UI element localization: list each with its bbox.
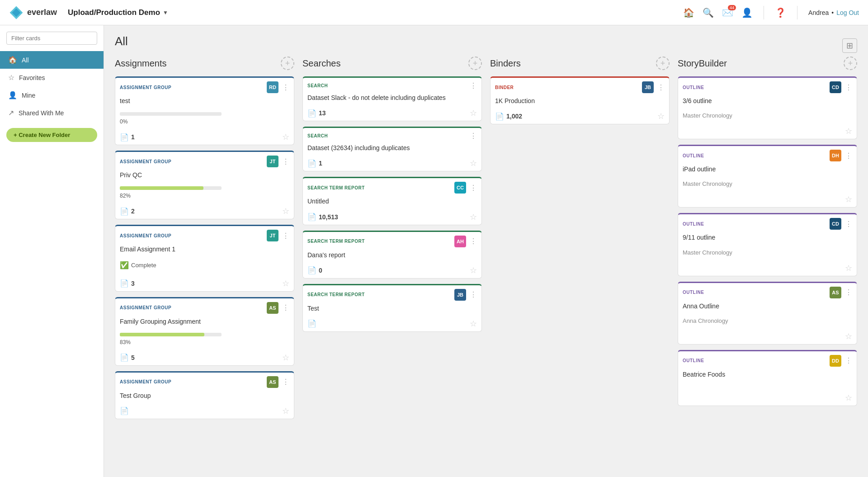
favorite-star[interactable]: ☆ xyxy=(470,265,477,275)
add-storybuilder-button[interactable]: + xyxy=(844,57,857,70)
favorite-star[interactable]: ☆ xyxy=(282,353,289,363)
card-menu-button[interactable]: ⋮ xyxy=(470,81,477,90)
card-menu-button[interactable]: ⋮ xyxy=(282,157,289,166)
column-assignments: Assignments+ASSIGNMENT GROUPRD⋮test0%📄1☆… xyxy=(115,57,294,425)
users-icon[interactable]: 👤 xyxy=(741,7,753,18)
favorite-star[interactable]: ☆ xyxy=(845,263,852,273)
card-footer: ☆ xyxy=(678,123,857,139)
sidebar-item-all-label: All xyxy=(22,57,29,64)
card-count: 📄10,513 xyxy=(307,213,338,221)
notification-badge: 44 xyxy=(728,5,736,10)
favorite-star[interactable]: ☆ xyxy=(282,406,289,416)
card-storybuilder-3[interactable]: OUTLINEAS⋮Anna OutlineAnna Chronology☆ xyxy=(678,282,857,345)
card-assignments-0[interactable]: ASSIGNMENT GROUPRD⋮test0%📄1☆ xyxy=(115,76,294,145)
logout-link[interactable]: Log Out xyxy=(836,9,859,16)
card-storybuilder-2[interactable]: OUTLINECD⋮9/11 outlineMaster Chronology☆ xyxy=(678,213,857,276)
sidebar-item-all[interactable]: 🏠 All xyxy=(0,51,104,69)
card-header: BINDERJB⋮ xyxy=(491,78,669,96)
favorite-star[interactable]: ☆ xyxy=(845,126,852,136)
card-footer: 📄5☆ xyxy=(115,350,294,365)
project-selector[interactable]: Upload/Production Demo ▼ xyxy=(68,8,168,17)
favorite-star[interactable]: ☆ xyxy=(282,132,289,142)
sidebar-item-favorites[interactable]: ☆ Favorites xyxy=(0,69,104,86)
card-header: SEARCH TERM REPORTCC⋮ xyxy=(303,178,481,196)
card-menu-button[interactable]: ⋮ xyxy=(845,288,852,297)
card-assignments-1[interactable]: ASSIGNMENT GROUPJT⋮Priv QC82%📄2☆ xyxy=(115,151,294,219)
home-icon[interactable]: 🏠 xyxy=(683,7,694,18)
card-menu-button[interactable]: ⋮ xyxy=(282,83,289,92)
user-menu: Andrea • Log Out xyxy=(808,9,859,16)
notifications-icon[interactable]: ✉️ 44 xyxy=(722,7,733,18)
favorite-star[interactable]: ☆ xyxy=(845,393,852,403)
card-body: ✅Complete xyxy=(115,257,294,276)
favorite-star[interactable]: ☆ xyxy=(470,319,477,329)
card-menu-button[interactable]: ⋮ xyxy=(282,231,289,240)
help-icon[interactable]: ❓ xyxy=(775,7,786,18)
document-icon: 📄 xyxy=(307,266,316,274)
logo-icon xyxy=(9,5,24,20)
card-assignments-2[interactable]: ASSIGNMENT GROUPJT⋮Email Assignment 1✅Co… xyxy=(115,225,294,291)
card-menu-button[interactable]: ⋮ xyxy=(845,83,852,92)
favorite-star[interactable]: ☆ xyxy=(845,331,852,341)
card-storybuilder-4[interactable]: OUTLINEDD⋮Beatrice Foods☆ xyxy=(678,350,857,406)
card-menu-button[interactable]: ⋮ xyxy=(470,132,477,140)
search-icon[interactable]: 🔍 xyxy=(703,7,714,18)
user-name: Andrea xyxy=(808,9,829,16)
column-storybuilder: StoryBuilder+OUTLINECD⋮3/6 outlineMaster… xyxy=(678,57,857,425)
card-menu-button[interactable]: ⋮ xyxy=(845,356,852,365)
add-searches-button[interactable]: + xyxy=(468,57,482,70)
favorite-star[interactable]: ☆ xyxy=(470,212,477,222)
document-icon: 📄 xyxy=(120,353,129,362)
add-binders-button[interactable]: + xyxy=(656,57,670,70)
card-avatar: JB xyxy=(454,289,466,301)
card-avatar: CD xyxy=(830,81,841,93)
card-menu-button[interactable]: ⋮ xyxy=(845,220,852,228)
card-binders-0[interactable]: BINDERJB⋮1K Production📄1,002☆ xyxy=(490,76,670,124)
favorite-star[interactable]: ☆ xyxy=(845,194,852,204)
card-searches-2[interactable]: SEARCH TERM REPORTCC⋮Untitled📄10,513☆ xyxy=(302,177,482,225)
favorite-star[interactable]: ☆ xyxy=(282,279,289,288)
card-sub-label xyxy=(683,384,852,386)
card-storybuilder-1[interactable]: OUTLINEDH⋮iPad outlineMaster Chronology☆ xyxy=(678,145,857,208)
card-assignments-3[interactable]: ASSIGNMENT GROUPAS⋮Family Grouping Assig… xyxy=(115,297,294,366)
column-binders: Binders+BINDERJB⋮1K Production📄1,002☆ xyxy=(490,57,670,425)
card-menu-button[interactable]: ⋮ xyxy=(282,303,289,312)
card-footer: ☆ xyxy=(678,260,857,276)
document-icon: 📄 xyxy=(120,279,129,288)
document-icon: 📄 xyxy=(120,406,129,415)
favorite-star[interactable]: ☆ xyxy=(282,206,289,216)
card-body: Master Chronology xyxy=(678,177,857,192)
card-menu-button[interactable]: ⋮ xyxy=(845,151,852,160)
progress-bar-wrap xyxy=(120,333,222,336)
card-avatar: JT xyxy=(267,156,278,167)
card-searches-3[interactable]: SEARCH TERM REPORTAH⋮Dana's report📄0☆ xyxy=(302,231,482,279)
favorite-star[interactable]: ☆ xyxy=(470,158,477,168)
column-header-assignments: Assignments+ xyxy=(115,57,294,70)
create-folder-button[interactable]: + Create New Folder xyxy=(6,128,97,142)
favorite-star[interactable]: ☆ xyxy=(657,111,665,121)
sidebar-item-mine[interactable]: 👤 Mine xyxy=(0,86,104,104)
sidebar-item-shared[interactable]: ↗ Shared With Me xyxy=(0,104,104,122)
add-assignments-button[interactable]: + xyxy=(281,57,294,70)
card-menu-button[interactable]: ⋮ xyxy=(282,378,289,386)
card-menu-button[interactable]: ⋮ xyxy=(470,184,477,192)
card-searches-4[interactable]: SEARCH TERM REPORTJB⋮Test📄☆ xyxy=(302,284,482,332)
card-searches-0[interactable]: SEARCH⋮Dataset Slack - do not delete inc… xyxy=(302,76,482,121)
card-header: OUTLINECD⋮ xyxy=(678,78,857,96)
favorite-star[interactable]: ☆ xyxy=(470,108,477,118)
complete-badge: ✅Complete xyxy=(120,261,289,269)
card-header: SEARCH⋮ xyxy=(303,128,481,143)
view-toggle-button[interactable]: ⊞ xyxy=(842,38,857,53)
card-searches-1[interactable]: SEARCH⋮Dataset (32634) including duplica… xyxy=(302,127,482,171)
document-icon: 📄 xyxy=(307,109,316,118)
column-title-assignments: Assignments xyxy=(115,58,167,69)
card-menu-button[interactable]: ⋮ xyxy=(470,237,477,246)
card-menu-button[interactable]: ⋮ xyxy=(657,83,665,92)
document-icon: 📄 xyxy=(307,159,316,168)
document-icon: 📄 xyxy=(120,207,129,216)
filter-input[interactable] xyxy=(6,32,97,45)
card-storybuilder-0[interactable]: OUTLINECD⋮3/6 outlineMaster Chronology☆ xyxy=(678,76,857,139)
card-menu-button[interactable]: ⋮ xyxy=(470,290,477,299)
card-assignments-4[interactable]: ASSIGNMENT GROUPAS⋮Test Group📄☆ xyxy=(115,371,294,419)
card-type-label: ASSIGNMENT GROUP xyxy=(120,233,171,238)
